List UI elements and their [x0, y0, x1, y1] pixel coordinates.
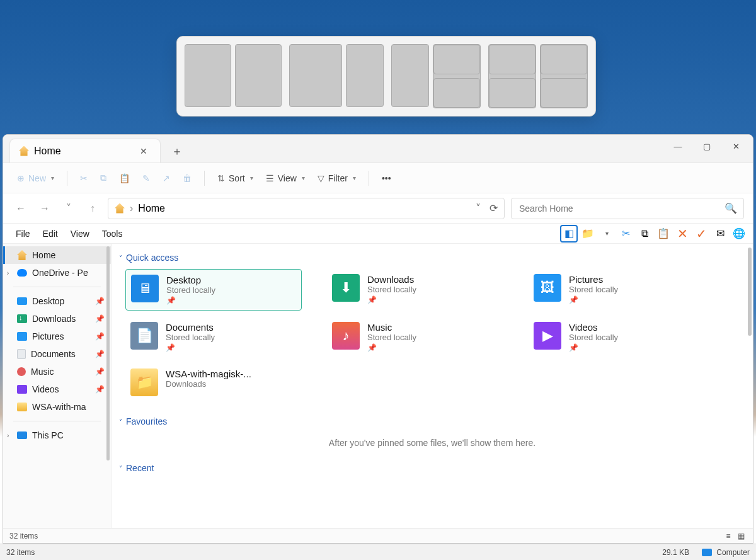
item-pictures[interactable]: 🖼 Pictures Stored locally 📌: [529, 269, 705, 311]
mail-icon[interactable]: ✉: [713, 226, 728, 241]
command-bar: ⊕ New ▾ ✂ ⧉ 📋 ✎ ↗ 🗑 ⇅ Sort ▾ ☰ View ▾: [3, 163, 753, 193]
more-button[interactable]: •••: [377, 169, 396, 187]
paste-icon[interactable]: 📋: [656, 226, 671, 241]
add-tab-button[interactable]: ＋: [166, 140, 188, 163]
copy-button[interactable]: ⧉: [95, 169, 112, 187]
section-recent[interactable]: ˅ Recent: [119, 463, 745, 473]
sort-icon: ⇅: [217, 173, 225, 183]
copy-icon[interactable]: ⧉: [637, 226, 652, 241]
new-button[interactable]: ⊕ New ▾: [12, 169, 59, 187]
snap-layout-2-2[interactable]: [488, 44, 588, 108]
sort-button[interactable]: ⇅ Sort ▾: [212, 169, 258, 187]
menu-edit[interactable]: Edit: [37, 226, 64, 241]
menu-file[interactable]: File: [9, 226, 37, 241]
menu-view[interactable]: View: [64, 226, 96, 241]
expander-icon[interactable]: ›: [7, 432, 9, 439]
snap-cell[interactable]: [489, 78, 536, 108]
item-documents[interactable]: 📄 Documents Stored locally 📌: [125, 317, 302, 357]
snap-cell[interactable]: [391, 44, 429, 107]
breadcrumb[interactable]: Home: [138, 203, 165, 214]
globe-icon[interactable]: 🌐: [731, 226, 747, 241]
videos-icon: [17, 385, 27, 394]
item-title: Pictures: [569, 274, 618, 285]
recent-locations-button[interactable]: ˅: [60, 200, 77, 217]
expander-icon[interactable]: ›: [7, 270, 9, 277]
sidebar-onedrive[interactable]: › OneDrive - Pe: [3, 264, 111, 282]
snap-layout-1-2[interactable]: [391, 44, 481, 108]
sidebar-thispc[interactable]: › This PC: [3, 426, 111, 444]
folder-options-icon[interactable]: 📁: [580, 226, 595, 241]
sidebar-videos[interactable]: Videos 📌: [3, 380, 111, 398]
sidebar-home[interactable]: Home: [3, 246, 111, 264]
snap-cell[interactable]: [235, 44, 282, 107]
menu-tools[interactable]: Tools: [96, 226, 129, 241]
section-favourites[interactable]: ˅ Favourites: [119, 416, 745, 426]
separator: [204, 171, 205, 186]
filter-button[interactable]: ▽ Filter ▾: [312, 169, 361, 187]
sidebar-music[interactable]: Music 📌: [3, 363, 111, 380]
snap-cell[interactable]: [489, 45, 536, 74]
up-button[interactable]: ↑: [84, 200, 101, 217]
item-videos[interactable]: ▶ Videos Stored locally 📌: [529, 317, 705, 357]
sidebar-documents[interactable]: Documents 📌: [3, 345, 111, 363]
content-scrollbar[interactable]: [748, 248, 752, 336]
item-subtitle: Downloads: [166, 379, 251, 389]
snap-cell[interactable]: [433, 45, 480, 74]
item-desktop[interactable]: 🖥 Desktop Stored locally 📌: [125, 269, 302, 311]
snap-cell[interactable]: [346, 44, 384, 107]
dropdown-icon[interactable]: ▾: [599, 226, 614, 241]
sidebar-pictures[interactable]: Pictures 📌: [3, 328, 111, 345]
rename-button[interactable]: ✎: [137, 169, 155, 187]
search-input[interactable]: [518, 203, 724, 214]
snap-cell[interactable]: [541, 78, 587, 108]
item-wsa[interactable]: 📁 WSA-with-magisk-... Downloads: [125, 363, 302, 401]
tiles-view-button[interactable]: ▦: [735, 531, 747, 541]
snap-layout-2col[interactable]: [185, 44, 282, 108]
snap-cell[interactable]: [541, 45, 587, 74]
search-box[interactable]: 🔍: [511, 198, 744, 219]
close-button[interactable]: ✕: [721, 136, 750, 156]
address-bar[interactable]: › Home ˅ ⟳: [108, 198, 505, 219]
check-icon[interactable]: ✓: [694, 226, 709, 241]
details-view-button[interactable]: ≡: [723, 531, 734, 541]
titlebar: Home ✕ ＋ — ▢ ✕: [3, 135, 753, 163]
section-quick-access[interactable]: ˅ Quick access: [119, 253, 745, 263]
snap-layout-2col-wide[interactable]: [289, 44, 384, 108]
tab-home[interactable]: Home ✕: [9, 139, 161, 163]
snap-cell[interactable]: [433, 78, 480, 108]
refresh-button[interactable]: ⟳: [490, 202, 498, 214]
snap-cell[interactable]: [185, 44, 231, 107]
new-label: New: [28, 173, 46, 183]
view-icon: ☰: [266, 173, 274, 183]
view-button[interactable]: ☰ View ▾: [261, 169, 310, 187]
snap-cell[interactable]: [289, 44, 342, 107]
folder-icon: [17, 403, 27, 411]
favourites-empty-message: After you've pinned some files, we'll sh…: [119, 438, 745, 448]
cut-icon[interactable]: ✂: [618, 226, 633, 241]
sidebar-wsa[interactable]: WSA-with-ma: [3, 398, 111, 416]
chevron-down-icon: ▾: [250, 174, 253, 181]
address-dropdown-button[interactable]: ˅: [476, 202, 481, 214]
paste-button[interactable]: 📋: [114, 169, 135, 187]
share-button[interactable]: ↗: [158, 169, 175, 187]
minimize-button[interactable]: —: [663, 136, 692, 156]
sidebar-downloads[interactable]: Downloads 📌: [3, 310, 111, 328]
copy-icon: ⧉: [100, 173, 106, 183]
back-button[interactable]: ←: [12, 200, 30, 217]
maximize-button[interactable]: ▢: [692, 136, 721, 156]
layout-icon[interactable]: ◧: [561, 226, 576, 241]
forward-button[interactable]: →: [36, 200, 54, 217]
sidebar-desktop[interactable]: Desktop 📌: [3, 292, 111, 310]
cut-button[interactable]: ✂: [75, 169, 93, 187]
music-icon: [17, 367, 26, 376]
videos-folder-icon: ▶: [534, 322, 561, 350]
chevron-down-icon: ▾: [353, 174, 356, 181]
host-statusbar: 32 items 29.1 KB Computer: [0, 544, 756, 560]
item-music[interactable]: ♪ Music Stored locally 📌: [327, 317, 503, 357]
delete-x-icon[interactable]: ✕: [675, 226, 690, 241]
item-downloads[interactable]: ⬇ Downloads Stored locally 📌: [327, 269, 503, 311]
share-icon: ↗: [163, 173, 170, 183]
tab-close-button[interactable]: ✕: [136, 145, 151, 157]
pc-icon: [17, 431, 27, 439]
delete-button[interactable]: 🗑: [178, 169, 197, 187]
